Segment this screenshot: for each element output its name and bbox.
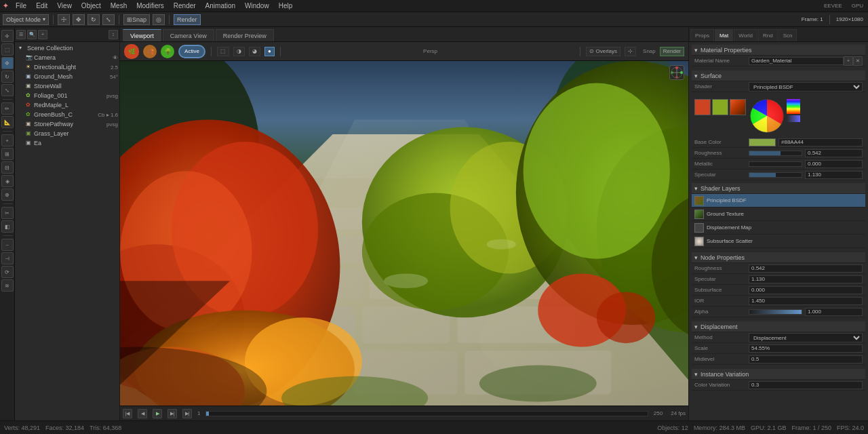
layer-item-0[interactable]: Principled BSDF [692, 194, 865, 208]
menu-window[interactable]: Window [243, 2, 271, 9]
tab-properties[interactable]: Props [690, 29, 714, 41]
tab-material[interactable]: Mat [715, 29, 733, 41]
disp-scale-val[interactable] [749, 344, 863, 353]
tool-rotate-icon[interactable]: ↻ [1, 71, 14, 83]
timeline-prev[interactable]: ◀ [138, 409, 147, 418]
tool-knife[interactable]: ✂ [1, 207, 14, 219]
tool-move[interactable]: ✥ [73, 14, 85, 25]
tree-item-ea[interactable]: ▣ Ea [16, 138, 118, 148]
tree-item-grass[interactable]: ▣ Grass_Layer [16, 129, 118, 138]
eye-icon-camera[interactable]: 👁 [113, 55, 118, 61]
outliner-search[interactable]: 🔍 [27, 30, 37, 39]
tool-scale[interactable]: ⤡ [102, 14, 115, 25]
menu-render[interactable]: Render [172, 2, 198, 9]
outliner-sync[interactable]: ↕ [108, 30, 118, 39]
tool-spin[interactable]: ⟳ [1, 266, 14, 278]
tool-inset[interactable]: ⊟ [1, 161, 14, 174]
menu-mesh[interactable]: Mesh [108, 2, 129, 9]
np-alpha-val[interactable] [805, 308, 863, 316]
mat-delete-btn[interactable]: ✕ [853, 56, 863, 66]
color-wheel[interactable] [750, 99, 784, 133]
tab-render[interactable]: Rnd [758, 29, 778, 41]
tool-cursor[interactable]: ✛ [1, 30, 14, 42]
np-specular-val[interactable] [749, 275, 863, 283]
shading-material[interactable]: ◕ [249, 47, 260, 56]
color-swatch-red[interactable] [694, 99, 711, 115]
timeline-play[interactable]: ▶ [153, 409, 162, 418]
menu-file[interactable]: File [14, 2, 28, 9]
render-button[interactable]: Render [174, 14, 201, 25]
tree-item-light[interactable]: ☀ DirectionalLight 2.5 [16, 62, 118, 72]
navigation-gizmo[interactable] [669, 65, 684, 80]
tool-extrude[interactable]: ⊞ [1, 148, 14, 160]
menu-object[interactable]: Object [79, 2, 103, 9]
layer-item-3[interactable]: Subsurface Scatter [692, 235, 865, 248]
timeline-scrubber[interactable] [205, 411, 648, 416]
tool-slide[interactable]: ⊣ [1, 252, 14, 264]
tab-render[interactable]: Render Preview [216, 29, 274, 41]
alpha-strip[interactable] [787, 115, 800, 122]
roughness-slider[interactable] [749, 151, 802, 156]
tree-item-camera[interactable]: 📷 Camera 👁 [16, 53, 118, 62]
tree-item-maple[interactable]: ✿ RedMaple_L [16, 100, 118, 110]
specular-value[interactable] [805, 171, 863, 179]
tree-item-bush[interactable]: ✿ GreenBush_C Cb ▸ 1.6 [16, 110, 118, 119]
disp-method-select[interactable]: Displacement Bump Only Both [749, 333, 863, 342]
alpha-slider[interactable] [749, 309, 802, 315]
tool-loop-cut[interactable]: ⊕ [1, 189, 14, 201]
tool-add[interactable]: + [1, 134, 14, 146]
roughness-value[interactable] [805, 149, 863, 157]
np-roughness-val[interactable] [749, 264, 863, 273]
mat-preview-2[interactable]: 🍂 [143, 45, 157, 58]
tool-bevel[interactable]: ◈ [1, 175, 14, 187]
tree-item-foliage[interactable]: ✿ Foliage_001 pvsg [16, 91, 118, 100]
mat-name-input[interactable] [749, 57, 844, 65]
menu-animation[interactable]: Animation [203, 2, 237, 9]
base-color-input[interactable] [778, 138, 863, 146]
viewport-canvas[interactable] [120, 61, 688, 406]
tab-viewport[interactable]: Viewport [123, 29, 161, 41]
tool-select[interactable]: ☩ [58, 14, 70, 25]
menu-modifiers[interactable]: Modifiers [134, 2, 166, 9]
shading-wireframe[interactable]: ⬚ [217, 47, 229, 56]
material-header[interactable]: ▾ Material Properties [692, 45, 865, 56]
shader-select[interactable]: Principled BSDF Emission Glass BSDF [749, 82, 863, 92]
menu-help[interactable]: Help [277, 2, 295, 9]
tree-item-ground[interactable]: ▣ Ground_Mesh 54° [16, 72, 118, 81]
disp-mid-val[interactable] [749, 355, 863, 363]
color-swatch-gradient[interactable] [730, 99, 746, 115]
snap-toggle[interactable]: ⊞ Snap [123, 14, 150, 25]
tool-scale-icon[interactable]: ⤡ [1, 84, 14, 96]
base-color-swatch[interactable] [749, 138, 776, 146]
layer-item-2[interactable]: Displacement Map [692, 221, 865, 235]
color-swatch-green[interactable] [712, 99, 728, 115]
timeline-next[interactable]: ▶| [167, 409, 177, 418]
tool-warp[interactable]: ≋ [1, 279, 14, 292]
outliner-filter[interactable]: ☰ [16, 30, 26, 39]
mat-preview-3[interactable]: 🌳 [161, 45, 174, 58]
render-final-btn[interactable]: Render [660, 47, 684, 56]
specular-slider[interactable] [749, 172, 802, 178]
np-subsurface-val[interactable] [749, 286, 863, 294]
layer-item-1[interactable]: Ground Texture [692, 208, 865, 221]
tool-annotate[interactable]: ✏ [1, 102, 14, 115]
menu-view[interactable]: View [55, 2, 74, 9]
timeline-end[interactable]: ▶| [182, 409, 192, 418]
var-color-val[interactable] [749, 381, 863, 389]
tab-camera[interactable]: Camera View [163, 29, 214, 41]
mat-new-btn[interactable]: + [844, 56, 853, 66]
proportional-edit[interactable]: ◎ [153, 14, 165, 25]
displacement-header[interactable]: ▾ Displacement [692, 321, 865, 332]
tool-fill[interactable]: ◧ [1, 220, 14, 233]
tool-rotate[interactable]: ↻ [87, 14, 100, 25]
variation-header[interactable]: ▾ Instance Variation [692, 369, 865, 380]
tool-move-icon[interactable]: ✥ [1, 57, 14, 69]
tool-measure[interactable]: 📐 [1, 116, 14, 128]
shading-solid[interactable]: ◑ [233, 47, 245, 56]
mat-preview-active[interactable]: Active [178, 45, 205, 58]
color-picker-area[interactable] [750, 99, 784, 134]
menu-edit[interactable]: Edit [34, 2, 50, 9]
tree-item-scene[interactable]: ▾ Scene Collection [16, 43, 118, 53]
np-ior-val[interactable] [749, 297, 863, 305]
tool-select-box[interactable]: ⬚ [1, 43, 14, 56]
